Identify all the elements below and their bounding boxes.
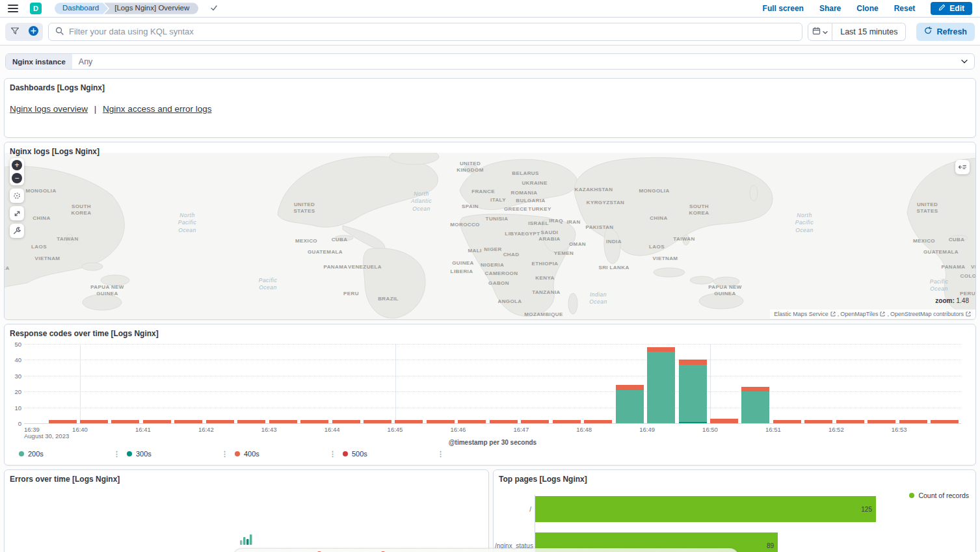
bar-segment-400s[interactable]: [364, 420, 391, 423]
breadcrumb-dashboard[interactable]: Dashboard: [55, 3, 108, 14]
gridline-horizontal: [24, 376, 961, 376]
legend-label: Count of records: [918, 492, 969, 499]
bar-segment-300s[interactable]: [679, 422, 707, 423]
bar-segment-400s[interactable]: [395, 420, 423, 423]
bar-segment-400s[interactable]: [80, 420, 108, 423]
map-tools-icon[interactable]: [10, 224, 24, 238]
refresh-button-label: Refresh: [936, 27, 967, 36]
bar-segment-400s[interactable]: [899, 420, 927, 423]
bar-segment-400s[interactable]: [143, 420, 171, 423]
bottom-tooltip-overlay: [233, 548, 739, 552]
link-nginx-logs-overview[interactable]: Nginx logs overview: [10, 104, 88, 114]
legend-item-500s[interactable]: 500s⋮: [343, 450, 451, 458]
bar-segment-400s[interactable]: [49, 420, 77, 423]
map-zoom-controls: + −: [10, 158, 24, 185]
date-quick-select-button[interactable]: [808, 23, 832, 41]
legend-dot-icon: [19, 451, 24, 456]
set-view-crosshair-icon[interactable]: [10, 189, 24, 203]
nginx-instance-control[interactable]: Nginx instance Any: [5, 53, 975, 70]
bar-segment-400s[interactable]: [206, 420, 234, 423]
link-nginx-access-error-logs[interactable]: Nginx access and error logs: [103, 104, 211, 114]
bar-segment-400s[interactable]: [867, 420, 895, 423]
nav-left: D Dashboard [Logs Nginx] Overview: [8, 3, 218, 14]
bar-segment-400s[interactable]: [111, 420, 139, 423]
x-axis-tick-label: 16:50: [702, 426, 718, 433]
clone-button[interactable]: Clone: [856, 4, 878, 13]
bar-segment-400s[interactable]: [269, 420, 297, 423]
legend-actions-icon[interactable]: ⋮: [221, 451, 228, 458]
full-screen-button[interactable]: Full screen: [763, 4, 804, 13]
legend-item-200s[interactable]: 200s⋮: [19, 450, 127, 458]
x-axis-title: @timestamp per 30 seconds: [449, 439, 536, 446]
time-range-button[interactable]: Last 15 minutes: [832, 23, 906, 41]
x-axis-tick-label: 16:44: [324, 426, 340, 433]
x-axis-tick-label: 16:40: [72, 426, 88, 433]
bar-segment-200s[interactable]: [741, 391, 769, 423]
bar-root[interactable]: 125: [535, 496, 876, 522]
bar-segment-400s[interactable]: [458, 420, 486, 423]
world-map[interactable]: MONGOLIASOUTH KOREACHINATAIWANLAOSVIETNA…: [5, 153, 975, 319]
bar-segment-400s[interactable]: [300, 420, 328, 423]
top-pages-legend[interactable]: Count of records: [909, 492, 969, 499]
bar-segment-400s[interactable]: [773, 420, 801, 423]
plus-circle-icon: [28, 25, 39, 38]
attribution-separator: ,: [838, 311, 840, 317]
attribution-link[interactable]: Elastic Maps Service: [774, 311, 828, 317]
bar-segment-400s[interactable]: [553, 420, 581, 423]
bar-segment-400s[interactable]: [237, 420, 265, 423]
bar-segment-400s[interactable]: [174, 420, 202, 423]
bar-segment-400s[interactable]: [584, 420, 612, 423]
query-bar: Last 15 minutes Refresh: [0, 18, 980, 46]
external-link-icon: [880, 311, 885, 317]
bar-segment-200s[interactable]: [647, 352, 675, 423]
legend-actions-icon[interactable]: ⋮: [437, 451, 444, 458]
add-filter-button[interactable]: [24, 23, 43, 41]
fit-to-data-icon[interactable]: [10, 206, 24, 220]
response-codes-panel: Response codes over time [Logs Nginx] 01…: [4, 324, 976, 466]
chevron-down-icon[interactable]: [961, 59, 974, 64]
bar-segment-400s[interactable]: [490, 420, 518, 423]
legend-item-300s[interactable]: 300s⋮: [127, 450, 235, 458]
x-axis-tick-label: 16:51: [765, 426, 781, 433]
bar-category-label: /: [495, 506, 531, 513]
gridline-vertical: [395, 344, 396, 423]
kql-search-input[interactable]: [69, 27, 795, 36]
filter-icon: [10, 27, 20, 37]
zoom-in-icon[interactable]: +: [12, 160, 22, 170]
bar-segment-400s[interactable]: [616, 385, 644, 389]
x-axis-tick-label: 16:42: [198, 426, 214, 433]
map-legend-toggle-icon[interactable]: [955, 160, 970, 174]
attribution-link[interactable]: OpenStreetMap contributors: [890, 311, 964, 317]
link-separator: |: [94, 104, 97, 114]
edit-button[interactable]: Edit: [931, 2, 972, 15]
bar-segment-200s[interactable]: [679, 365, 707, 422]
y-axis-tick-label: 0: [8, 420, 21, 427]
refresh-button[interactable]: Refresh: [916, 23, 975, 41]
bar-segment-400s[interactable]: [679, 360, 707, 364]
bar-segment-400s[interactable]: [521, 420, 549, 423]
attribution-link[interactable]: OpenMapTiles: [840, 311, 878, 317]
response-codes-chart[interactable]: 0102030405016:3916:4016:4116:4216:4316:4…: [5, 324, 975, 465]
legend-item-400s[interactable]: 400s⋮: [235, 450, 343, 458]
breadcrumb-current[interactable]: [Logs Nginx] Overview: [104, 3, 198, 14]
bar-segment-200s[interactable]: [616, 390, 644, 423]
bar-segment-400s[interactable]: [804, 420, 832, 423]
zoom-out-icon[interactable]: −: [12, 173, 22, 183]
bar-segment-400s[interactable]: [836, 420, 864, 423]
external-link-icon: [830, 311, 836, 317]
bar-segment-400s[interactable]: [931, 420, 959, 423]
reset-button[interactable]: Reset: [894, 4, 916, 13]
legend-actions-icon[interactable]: ⋮: [329, 451, 336, 458]
control-value[interactable]: Any: [72, 57, 99, 66]
bar-segment-400s[interactable]: [427, 420, 455, 423]
menu-icon[interactable]: [8, 5, 18, 12]
space-avatar[interactable]: D: [30, 3, 42, 14]
bar-segment-400s[interactable]: [332, 420, 360, 423]
share-button[interactable]: Share: [819, 4, 841, 13]
filter-menu-button[interactable]: [5, 23, 24, 41]
bar-segment-400s[interactable]: [647, 347, 675, 352]
pencil-icon: [938, 4, 946, 13]
bar-segment-400s[interactable]: [710, 419, 738, 423]
bar-segment-400s[interactable]: [741, 387, 769, 391]
legend-actions-icon[interactable]: ⋮: [113, 451, 120, 458]
